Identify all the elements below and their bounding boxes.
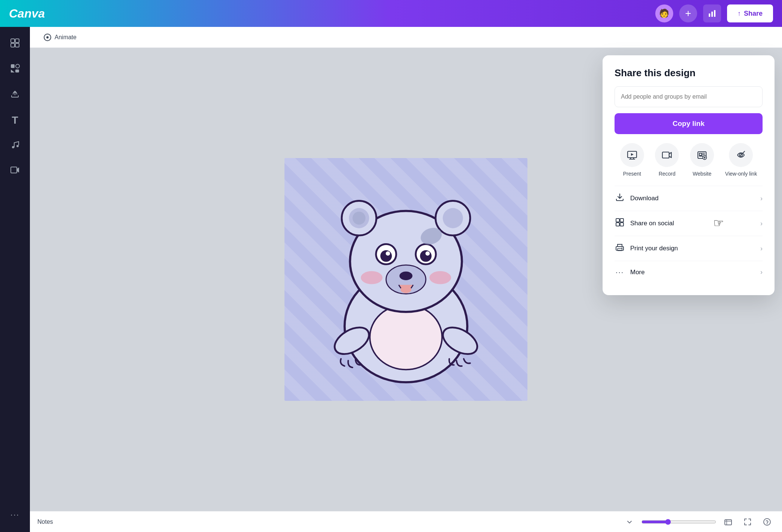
add-button[interactable]: + [679, 4, 697, 22]
svg-rect-4 [15, 39, 19, 43]
sidebar-item-uploads[interactable] [4, 84, 26, 106]
svg-point-52 [767, 523, 767, 524]
svg-rect-44 [620, 219, 624, 222]
sidebar-item-audio[interactable] [4, 134, 26, 157]
sidebar-item-elements[interactable] [4, 58, 26, 81]
svg-point-15 [46, 36, 49, 38]
fit-page-button[interactable] [721, 514, 736, 529]
user-avatar[interactable]: 🧑 [655, 4, 673, 22]
help-button[interactable] [760, 514, 775, 529]
svg-point-33 [430, 271, 451, 284]
present-icon [620, 143, 644, 167]
svg-rect-45 [616, 223, 619, 226]
copy-link-button[interactable]: Copy link [615, 113, 763, 134]
more-action[interactable]: ··· More › [615, 261, 763, 283]
layout-icon [10, 38, 20, 50]
email-input[interactable] [615, 86, 763, 107]
share-option-present[interactable]: Present [620, 143, 644, 177]
upload-icon [10, 89, 20, 101]
more-label: More [630, 269, 755, 276]
record-label: Record [659, 171, 675, 177]
svg-point-28 [425, 251, 430, 256]
svg-rect-40 [662, 152, 669, 158]
share-options-grid: Present Record [615, 143, 763, 177]
canvas-bottom: Notes [30, 511, 782, 532]
svg-rect-50 [725, 520, 732, 525]
download-icon [615, 193, 625, 204]
svg-rect-7 [11, 64, 15, 68]
svg-marker-39 [631, 153, 634, 156]
share-option-record[interactable]: Record [655, 143, 679, 177]
svg-point-30 [400, 272, 413, 280]
svg-rect-3 [11, 39, 15, 43]
svg-rect-46 [620, 223, 624, 226]
share-panel-title: Share this design [615, 67, 763, 79]
audio-icon [10, 140, 20, 152]
svg-point-12 [16, 145, 19, 147]
zoom-slider[interactable] [641, 519, 716, 525]
present-label: Present [623, 171, 641, 177]
analytics-button[interactable] [703, 4, 721, 22]
elements-icon [10, 64, 20, 75]
svg-point-27 [420, 250, 432, 262]
header: Canva 🧑 + ↑ Share [0, 0, 782, 27]
scroll-down-icon[interactable] [622, 514, 637, 529]
svg-marker-9 [11, 69, 15, 72]
text-icon: T [12, 114, 18, 126]
sidebar: T ··· [0, 27, 30, 532]
viewonly-icon [729, 143, 753, 167]
print-label: Print your design [630, 245, 755, 252]
print-chevron-icon: › [760, 245, 763, 253]
design-canvas [284, 158, 527, 401]
svg-point-22 [443, 208, 463, 228]
svg-rect-43 [616, 219, 619, 222]
website-label: Website [693, 171, 711, 177]
print-icon [615, 243, 625, 254]
download-label: Download [630, 195, 755, 202]
canvas-toolbar: Animate [30, 27, 782, 48]
print-action[interactable]: Print your design › [615, 236, 763, 261]
svg-rect-13 [11, 167, 17, 173]
share-social-chevron-icon: › [760, 220, 763, 228]
svg-rect-0 [709, 13, 710, 17]
video-icon [10, 165, 20, 177]
svg-rect-10 [15, 69, 19, 72]
share-button[interactable]: ↑ Share [727, 4, 773, 22]
share-panel: Share this design Copy link Pres [603, 55, 775, 295]
download-chevron-icon: › [760, 195, 763, 202]
sidebar-item-text[interactable]: T [4, 109, 26, 132]
more-chevron-icon: › [760, 268, 763, 276]
share-social-action[interactable]: Share on social › [615, 211, 763, 236]
svg-point-31 [401, 286, 412, 293]
svg-point-25 [386, 251, 390, 256]
share-option-website[interactable]: Website [690, 143, 714, 177]
share-option-viewonly[interactable]: View-only link [725, 143, 757, 177]
notes-button[interactable]: Notes [37, 519, 53, 525]
animate-button[interactable]: Animate [37, 30, 83, 44]
svg-point-49 [622, 248, 623, 249]
svg-point-8 [16, 64, 19, 68]
svg-rect-5 [11, 43, 15, 47]
sidebar-item-more[interactable]: ··· [4, 504, 26, 526]
canvas-area: Animate [30, 27, 782, 532]
bear-illustration [309, 175, 503, 384]
fullscreen-button[interactable] [740, 514, 755, 529]
sidebar-item-layout[interactable] [4, 33, 26, 55]
canvas-content[interactable]: Share this design Copy link Pres [30, 48, 782, 511]
sidebar-item-video[interactable] [4, 160, 26, 182]
svg-rect-6 [15, 43, 19, 47]
website-icon [690, 143, 714, 167]
canva-logo[interactable]: Canva [9, 7, 45, 21]
share-upload-icon: ↑ [738, 10, 741, 18]
share-social-icon [615, 218, 625, 229]
svg-rect-1 [711, 12, 713, 17]
more-dots-share-icon: ··· [615, 268, 625, 276]
svg-point-32 [361, 271, 382, 284]
download-action[interactable]: Download › [615, 186, 763, 211]
zoom-controls [641, 519, 716, 525]
svg-rect-2 [714, 10, 715, 17]
viewonly-label: View-only link [725, 171, 757, 177]
svg-point-37 [352, 211, 366, 225]
share-social-label: Share on social [630, 220, 755, 227]
main-layout: T ··· [0, 27, 782, 532]
